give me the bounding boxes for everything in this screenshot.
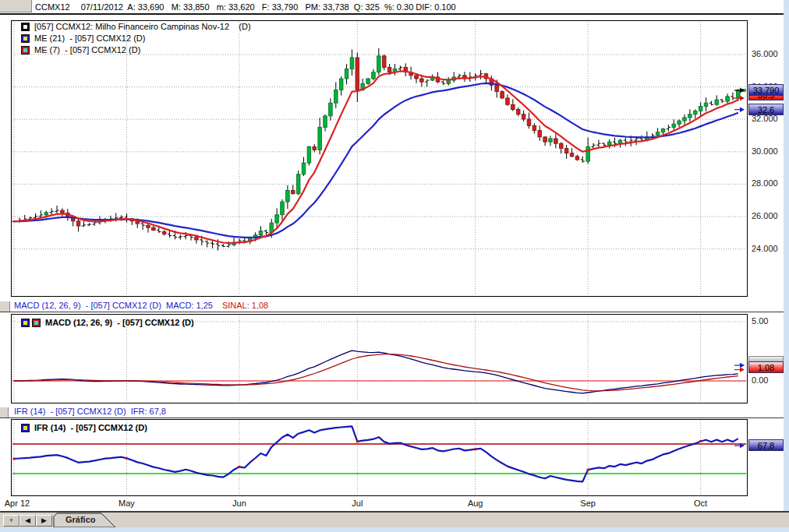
macd-signal-swatch-icon (32, 319, 41, 327)
time-axis-label-oct: Oct (684, 499, 718, 508)
macd-signal-label: SINAL: 1,08 (222, 301, 268, 310)
ifr-header: IFR (14) - [057] CCMX12 (D) IFR: 67,8 (14, 407, 166, 417)
price-axis-tick: 24.000 (752, 244, 778, 253)
tab-grafico[interactable]: Gráfico (65, 515, 96, 525)
price-axis-tick: 28.000 (752, 178, 778, 188)
price-tag-32.6: 32.6 (748, 104, 784, 115)
ma7-swatch-icon (21, 46, 30, 55)
scroll-tabs-right-button[interactable]: ▶ (36, 515, 52, 527)
macd-inner-legend-label: MACD (12, 26, 9) - [057] CCMX12 (D) (45, 318, 194, 328)
tab-bar: + ◀ ▶ Gráfico (0, 511, 789, 527)
macd-signal-tag: 1.08 (748, 361, 784, 373)
scroll-tabs-left-button[interactable]: ◀ (19, 515, 36, 527)
macd-axis-tick: 0.00 (752, 375, 768, 385)
quote-title-row: CCMX1207/11/2012 A: 33,690 M: 33,850 m: … (35, 2, 456, 12)
window-right-strip (784, 0, 789, 532)
time-axis-label-aug: Aug (458, 499, 493, 508)
quote-stats: 07/11/2012 A: 33,690 M: 33,850 m: 33,620… (81, 2, 456, 12)
chart-window: CCMX1207/11/2012 A: 33,690 M: 33,850 m: … (0, 0, 789, 532)
price-chart-panel[interactable] (11, 20, 748, 297)
price-axis-tick: 30.000 (752, 146, 778, 156)
ifr-header-box[interactable] (0, 407, 9, 418)
legend-item-ma7: ME (7) - [057] CCMX12 (D) (34, 45, 140, 55)
time-axis-label-sep: Sep (571, 499, 605, 508)
legend-item-ma21: ME (21) - [057] CCMX12 (D) (34, 33, 145, 44)
macd-divider (0, 312, 784, 312)
time-axis-label-jun: Jun (222, 499, 257, 508)
macd-header-label: MACD (12, 26, 9) - [057] CCMX12 (D) MACD… (14, 301, 213, 310)
macd-line-swatch-icon (21, 319, 30, 327)
ifr-divider (0, 417, 784, 418)
time-axis-label-jul: Jul (340, 499, 374, 508)
ma21-swatch-icon (21, 34, 30, 43)
time-axis-label-apr-12: Apr 12 (0, 499, 34, 508)
window-corner-box[interactable] (0, 0, 32, 12)
ifr-inner-legend-label: IFR (14) - [057] CCMX12 (D) (34, 423, 147, 433)
price-tag-33.790: 33.790 (748, 84, 784, 96)
time-axis-label-may: May (109, 499, 143, 508)
symbol-label: CCMX12 (35, 2, 70, 12)
macd-header-box[interactable] (0, 301, 10, 312)
macd-axis-tick: 5.00 (752, 316, 768, 326)
legend-item-price: [057] CCMX12: Milho Financeiro Campinas … (34, 22, 251, 32)
add-tab-button[interactable]: + (3, 515, 19, 527)
ifr-value-tag: 67.8 (748, 439, 784, 451)
ifr-line-swatch-icon (21, 424, 30, 432)
macd-header: MACD (12, 26, 9) - [057] CCMX12 (D) MACD… (14, 301, 268, 311)
price-axis-tick: 26.000 (752, 211, 778, 220)
window-bottom-strip (0, 527, 789, 532)
price-series-swatch-icon (21, 23, 30, 31)
title-divider (0, 13, 784, 15)
price-axis-tick: 36.000 (752, 49, 778, 58)
